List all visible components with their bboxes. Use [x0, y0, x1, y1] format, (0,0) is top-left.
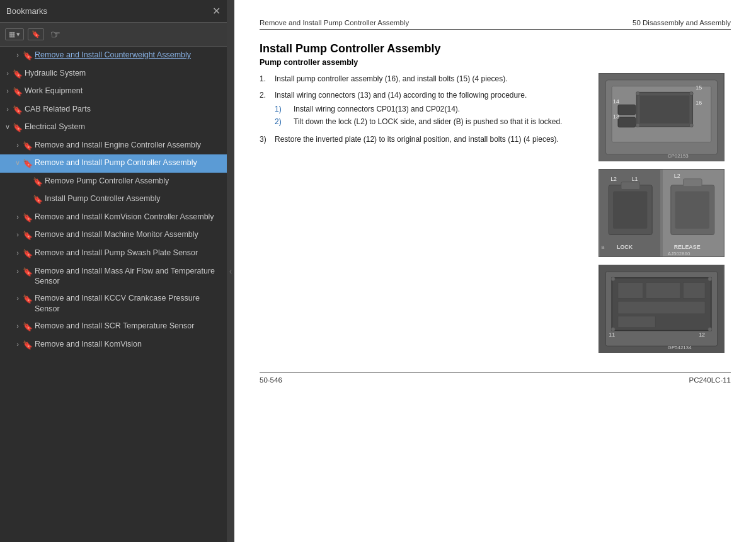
- svg-text:RELEASE: RELEASE: [674, 244, 701, 250]
- sidebar-item-komvision-controller[interactable]: › 🔖 Remove and Install KomVision Control…: [0, 209, 227, 227]
- sidebar-item-pump-swash[interactable]: › 🔖 Remove and Install Pump Swash Plate …: [0, 245, 227, 263]
- sidebar-item-remove-pump[interactable]: 🔖 Remove Pump Controller Assembly: [0, 173, 227, 191]
- bookmark-icon: 🔖: [23, 230, 33, 241]
- svg-text:L2: L2: [674, 173, 680, 179]
- sidebar-item-scr-temp[interactable]: › 🔖 Remove and Install SCR Temperature S…: [0, 318, 227, 336]
- sidebar-item-hydraulic[interactable]: › 🔖 Hydraulic System: [0, 65, 227, 83]
- svg-point-9: [636, 124, 640, 127]
- svg-text:12: 12: [699, 332, 705, 338]
- sidebar-item-label: Electrical System: [23, 122, 223, 132]
- sidebar-item-cab-related[interactable]: › 🔖 CAB Related Parts: [0, 101, 227, 119]
- svg-rect-25: [675, 192, 709, 229]
- doc-footer-bar: 50-546 PC240LC-11: [260, 372, 731, 384]
- toolbar-view-button[interactable]: ▦ ▾: [5, 28, 24, 40]
- content-area: 1. Install pump controller assembly (16)…: [260, 73, 731, 353]
- svg-rect-4: [640, 96, 690, 124]
- svg-text:14: 14: [613, 98, 619, 105]
- svg-point-40: [611, 277, 615, 281]
- sub-step-2-num: 2): [275, 116, 290, 127]
- bookmark-icon: 🔖: [23, 340, 33, 351]
- sidebar-item-work-equipment[interactable]: › 🔖 Work Equipment: [0, 83, 227, 101]
- steps-column: 1. Install pump controller assembly (16)…: [260, 73, 586, 353]
- svg-rect-39: [618, 316, 655, 328]
- sub-step-2-text: Tilt down the lock (L2) to LOCK side, an…: [294, 116, 562, 127]
- step-2: 2. Install wiring connectors (13) and (1…: [260, 89, 586, 129]
- sidebar-item-label: Remove and Install Mass Air Flow and Tem…: [33, 266, 223, 287]
- toggle-icon: ›: [13, 321, 23, 331]
- sidebar-item-label: Remove and Install KCCV Crankcase Pressu…: [33, 293, 223, 314]
- toggle-icon: ›: [13, 141, 23, 150]
- chevron-down-icon: ▾: [16, 30, 20, 38]
- bookmark-icon: 🔖: [13, 86, 23, 98]
- step-3-text: Restore the inverted plate (12) to its o…: [275, 134, 586, 145]
- toggle-icon: ›: [13, 50, 23, 60]
- svg-text:AJ502860: AJ502860: [668, 251, 690, 257]
- step-2-content: Install wiring connectors (13) and (14) …: [275, 89, 586, 129]
- sidebar: Bookmarks ✕ ▦ ▾ 🔖 ☞ › 🔖 Remove and Insta…: [0, 0, 227, 542]
- close-button[interactable]: ✕: [212, 6, 220, 16]
- svg-point-43: [708, 328, 712, 332]
- svg-point-8: [689, 92, 693, 96]
- svg-point-10: [689, 124, 693, 127]
- sidebar-item-engine-controller[interactable]: › 🔖 Remove and Install Engine Controller…: [0, 137, 227, 155]
- images-column: 15 16 14 13 CP02153: [598, 73, 731, 353]
- step-1: 1. Install pump controller assembly (16)…: [260, 73, 586, 84]
- bookmark-icon: 🔖: [23, 50, 33, 62]
- sub-step-1: 1) Install wiring connectors CP01(13) an…: [275, 103, 586, 115]
- svg-rect-26: [684, 179, 702, 187]
- svg-text:LOCK: LOCK: [617, 244, 633, 250]
- toggle-icon: ∨: [13, 158, 23, 168]
- doc-header-left: Remove and Install Pump Controller Assem…: [260, 19, 409, 26]
- sidebar-item-pump-controller[interactable]: ∨ 🔖 Remove and Install Pump Controller A…: [0, 154, 227, 173]
- steps-list: 1. Install pump controller assembly (16)…: [260, 73, 586, 145]
- toggle-icon: ›: [13, 212, 23, 222]
- sidebar-item-komvision-bottom[interactable]: › 🔖 Remove and Install KomVision: [0, 336, 227, 354]
- svg-text:B: B: [601, 245, 604, 250]
- bookmark-icon: 🔖: [23, 267, 33, 278]
- svg-text:16: 16: [696, 100, 702, 106]
- toggle-icon: ∨: [3, 122, 13, 132]
- doc-steps: 1. Install pump controller assembly (16)…: [260, 73, 586, 145]
- sidebar-item-label: CAB Related Parts: [23, 104, 223, 115]
- svg-text:L1: L1: [632, 176, 638, 182]
- svg-rect-38: [618, 301, 705, 314]
- sidebar-item-label: Hydraulic System: [23, 68, 223, 79]
- image-1-svg: 15 16 14 13 CP02153: [599, 74, 724, 161]
- svg-point-42: [611, 328, 615, 332]
- bookmark-icon: 🔖: [23, 321, 33, 333]
- svg-rect-20: [613, 192, 647, 229]
- bookmark-icon: 🔖: [23, 141, 33, 152]
- toolbar-bookmark-button[interactable]: 🔖: [28, 28, 44, 40]
- bookmark-icon: 🔖: [23, 212, 33, 224]
- sidebar-item-kccv[interactable]: › 🔖 Remove and Install KCCV Crankcase Pr…: [0, 290, 227, 318]
- sidebar-toolbar: ▦ ▾ 🔖 ☞: [0, 23, 227, 47]
- bookmark-icon: 🔖: [13, 105, 23, 116]
- svg-rect-21: [621, 182, 640, 190]
- doc-header-right: 50 Disassembly and Assembly: [633, 19, 731, 26]
- bookmark-icon: 🔖: [33, 194, 43, 205]
- sidebar-title: Bookmarks: [6, 6, 47, 16]
- sidebar-item-install-pump[interactable]: 🔖 Install Pump Controller Assembly: [0, 190, 227, 209]
- svg-text:13: 13: [613, 113, 619, 120]
- toggle-icon: ›: [13, 248, 23, 258]
- sidebar-item-counterweight[interactable]: › 🔖 Remove and Install Counterweight Ass…: [0, 47, 227, 65]
- svg-rect-37: [684, 283, 706, 299]
- sidebar-item-machine-monitor[interactable]: › 🔖 Remove and Install Machine Monitor A…: [0, 226, 227, 245]
- sub-step-1-text: Install wiring connectors CP01(13) and C…: [294, 103, 460, 115]
- image-3-svg: 11 12 GP542134: [599, 265, 724, 352]
- sidebar-item-label: Remove and Install Pump Controller Assem…: [33, 158, 223, 168]
- sidebar-item-label: Remove and Install Counterweight Assembl…: [33, 50, 223, 61]
- sidebar-item-label: Remove Pump Controller Assembly: [43, 176, 223, 187]
- sidebar-item-label: Remove and Install Engine Controller Ass…: [33, 140, 223, 151]
- sidebar-item-electrical[interactable]: ∨ 🔖 Electrical System: [0, 118, 227, 137]
- doc-image-3: 11 12 GP542134: [598, 265, 724, 353]
- svg-point-7: [636, 92, 640, 96]
- resize-handle[interactable]: ‹: [227, 0, 234, 542]
- doc-subtitle: Pump controller assembly: [260, 58, 731, 67]
- cursor-icon: ☞: [50, 28, 60, 42]
- sidebar-item-mass-air[interactable]: › 🔖 Remove and Install Mass Air Flow and…: [0, 263, 227, 291]
- doc-image-2: L2 L1 L2 LOCK B RELEASE AJ502860: [598, 169, 724, 257]
- step-2-num: 2.: [260, 89, 271, 129]
- step-3: 3) Restore the inverted plate (12) to it…: [260, 134, 586, 145]
- bookmark-icon: 🔖: [23, 158, 33, 170]
